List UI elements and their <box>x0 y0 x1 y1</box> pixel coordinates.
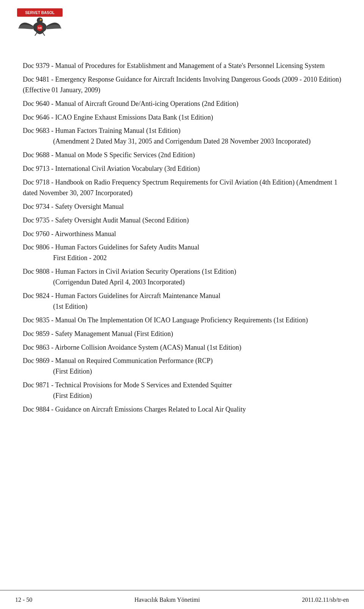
footer-center-text: Havacılık Bakım Yönetimi <box>134 596 200 603</box>
footer: 12 - 50 Havacılık Bakım Yönetimi 2011.02… <box>0 590 364 609</box>
doc-9863-entry: Doc 9863 - Airborne Collision Avoidance … <box>23 342 341 353</box>
doc-9871-continuation: (First Edition) <box>23 391 341 401</box>
doc-9871-text: Doc 9871 - Technical Provisions for Mode… <box>23 381 232 389</box>
doc-9718-text: Doc 9718 - Handbook on Radio Frequency S… <box>23 178 337 197</box>
servet-basol-logo: SERVET BASOL <box>15 8 64 38</box>
doc-9683-entry: Doc 9683 - Human Factors Training Manual… <box>23 126 341 147</box>
footer-page-number: 12 - 50 <box>15 596 32 603</box>
doc-9806-continuation: First Edition - 2002 <box>23 253 341 263</box>
doc-9824-text: Doc 9824 - Human Factors Guidelines for … <box>23 292 220 300</box>
doc-9379-entry: Doc 9379 - Manual of Procedures for Esta… <box>23 61 341 71</box>
header: SERVET BASOL <box>15 8 349 38</box>
doc-9808-continuation: (Corrigendun Dated April 4, 2003 Incorpo… <box>23 277 341 288</box>
doc-9481-text: Doc 9481 - Emergency Response Guidance f… <box>23 76 341 94</box>
doc-9379-text: Doc 9379 - Manual of Procedures for Esta… <box>23 62 325 69</box>
doc-9646-text: Doc 9646 - ICAO Engine Exhaust Emissions… <box>23 114 213 121</box>
content-area: Doc 9379 - Manual of Procedures for Esta… <box>15 61 349 415</box>
doc-9835-text: Doc 9835 - Manual On The Implementation … <box>23 316 308 324</box>
doc-9713-text: Doc 9713 - International Civil Aviation … <box>23 165 200 172</box>
doc-9808-text: Doc 9808 - Human Factors in Civil Aviati… <box>23 268 236 275</box>
doc-9859-entry: Doc 9859 - Safety Management Manual (Fir… <box>23 329 341 339</box>
doc-9683-text: Doc 9683 - Human Factors Training Manual… <box>23 127 180 134</box>
doc-9735-text: Doc 9735 - Safety Oversight Audit Manual… <box>23 216 189 224</box>
doc-9863-text: Doc 9863 - Airborne Collision Avoidance … <box>23 344 242 351</box>
logo-container: SERVET BASOL <box>15 8 64 38</box>
svg-line-5 <box>35 32 37 36</box>
doc-9640-text: Doc 9640 - Manual of Aircraft Ground De/… <box>23 100 238 107</box>
doc-9760-entry: Doc 9760 - Airworthiness Manual <box>23 229 341 240</box>
doc-9481-entry: Doc 9481 - Emergency Response Guidance f… <box>23 74 341 96</box>
doc-9734-entry: Doc 9734 - Safety Oversight Manual <box>23 202 341 212</box>
doc-9640-entry: Doc 9640 - Manual of Aircraft Ground De/… <box>23 99 341 109</box>
doc-9884-entry: Doc 9884 - Guidance on Aircraft Emission… <box>23 404 341 415</box>
doc-9688-text: Doc 9688 - Manual on Mode S Specific Ser… <box>23 151 195 159</box>
doc-9824-entry: Doc 9824 - Human Factors Guidelines for … <box>23 291 341 312</box>
doc-9760-text: Doc 9760 - Airworthiness Manual <box>23 230 116 238</box>
doc-9869-continuation: (First Edition) <box>23 366 341 377</box>
doc-9735-entry: Doc 9735 - Safety Oversight Audit Manual… <box>23 215 341 226</box>
doc-9884-text: Doc 9884 - Guidance on Aircraft Emission… <box>23 405 246 413</box>
svg-text:SERVET BASOL: SERVET BASOL <box>25 11 55 15</box>
doc-9713-entry: Doc 9713 - International Civil Aviation … <box>23 164 341 174</box>
doc-9824-continuation: (1st Edition) <box>23 301 341 312</box>
doc-9734-text: Doc 9734 - Safety Oversight Manual <box>23 203 124 210</box>
svg-line-6 <box>42 32 45 36</box>
footer-date-code: 2011.02.11/sb/tr-en <box>302 596 349 603</box>
doc-9859-text: Doc 9859 - Safety Management Manual (Fir… <box>23 330 173 338</box>
doc-9683-continuation: (Amendment 2 Dated May 31, 2005 and Corr… <box>23 136 341 147</box>
doc-9835-entry: Doc 9835 - Manual On The Implementation … <box>23 315 341 326</box>
doc-9806-entry: Doc 9806 - Human Factors Guidelines for … <box>23 242 341 263</box>
doc-9718-entry: Doc 9718 - Handbook on Radio Frequency S… <box>23 177 341 199</box>
svg-text:SB: SB <box>38 26 42 30</box>
doc-9869-text: Doc 9869 - Manual on Required Communicat… <box>23 357 213 364</box>
doc-9808-entry: Doc 9808 - Human Factors in Civil Aviati… <box>23 267 341 288</box>
doc-9688-entry: Doc 9688 - Manual on Mode S Specific Ser… <box>23 150 341 161</box>
doc-9871-entry: Doc 9871 - Technical Provisions for Mode… <box>23 380 341 401</box>
doc-9869-entry: Doc 9869 - Manual on Required Communicat… <box>23 356 341 377</box>
page-container: SERVET BASOL <box>0 0 364 609</box>
doc-9806-text: Doc 9806 - Human Factors Guidelines for … <box>23 243 199 251</box>
doc-9646-entry: Doc 9646 - ICAO Engine Exhaust Emissions… <box>23 112 341 123</box>
